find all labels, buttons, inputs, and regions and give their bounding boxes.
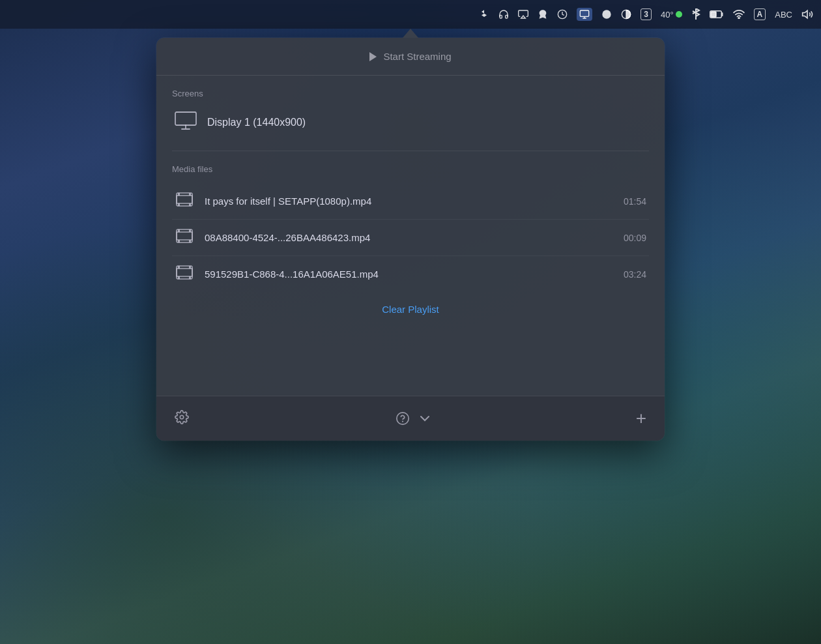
media-item-1[interactable]: It pays for itself | SETAPP(1080p).mp4 0…: [172, 183, 649, 220]
svg-rect-26: [189, 276, 191, 279]
screentimeapp-icon[interactable]: [557, 9, 568, 20]
svg-rect-18: [189, 229, 191, 232]
filmstrip-icon-1: [175, 192, 194, 210]
svg-point-3: [603, 10, 611, 18]
svg-rect-25: [178, 276, 180, 279]
add-media-button[interactable]: +: [633, 407, 649, 430]
media-duration-3: 03:24: [624, 269, 646, 280]
media-item-3[interactable]: 591529B1-C868-4...16A1A06AE51.mp4 03:24: [172, 256, 649, 292]
streaming-panel: Start Streaming Screens Display 1 (1440x…: [156, 29, 665, 441]
headphone-icon[interactable]: [498, 9, 509, 20]
media-item-2[interactable]: 08A88400-4524-...26BAA486423.mp4 00:09: [172, 220, 649, 256]
temperature-value: 40°: [661, 10, 674, 20]
settings-button[interactable]: [172, 407, 192, 430]
wifi-icon[interactable]: [733, 10, 745, 19]
bluetooth-icon[interactable]: [691, 8, 700, 20]
svg-rect-10: [177, 196, 192, 203]
svg-rect-23: [178, 266, 180, 269]
menubar-icons: 3 40° A ABC: [479, 8, 813, 21]
svg-rect-6: [711, 12, 716, 17]
svg-point-7: [738, 18, 740, 19]
svg-rect-2: [581, 10, 589, 16]
svg-rect-11: [178, 193, 180, 196]
dropbox-icon[interactable]: [479, 9, 489, 20]
panel-header[interactable]: Start Streaming: [156, 38, 665, 76]
temperature-indicator[interactable]: 40°: [661, 10, 682, 20]
clear-playlist-button[interactable]: Clear Playlist: [172, 292, 649, 317]
panel-container: Start Streaming Screens Display 1 (1440x…: [156, 38, 665, 441]
airplay-icon[interactable]: [518, 9, 528, 20]
footer-right: +: [633, 407, 649, 430]
media-duration-1: 01:54: [624, 196, 646, 207]
monitor-icon: [175, 111, 197, 134]
start-streaming-button[interactable]: Start Streaming: [369, 51, 451, 62]
temp-status-dot: [676, 11, 682, 18]
svg-rect-19: [178, 240, 180, 242]
play-icon: [369, 52, 377, 61]
panel-arrow: [403, 29, 418, 38]
keyboard-icon[interactable]: A: [754, 8, 766, 20]
keyboard-layout-label[interactable]: ABC: [775, 10, 792, 20]
media-filename-2: 08A88400-4524-...26BAA486423.mp4: [205, 232, 613, 243]
svg-rect-13: [178, 203, 180, 206]
desktop3-icon[interactable]: 3: [641, 8, 652, 20]
svg-rect-12: [189, 193, 191, 196]
screencast-icon[interactable]: [577, 8, 592, 21]
timer-icon[interactable]: [621, 9, 631, 20]
svg-point-27: [180, 415, 184, 419]
display-label: Display 1 (1440x900): [207, 117, 306, 128]
battery-icon[interactable]: [710, 10, 724, 18]
foxapp-icon[interactable]: [538, 9, 548, 20]
svg-rect-14: [189, 203, 191, 206]
media-filename-1: It pays for itself | SETAPP(1080p).mp4: [205, 196, 613, 207]
svg-rect-17: [178, 229, 180, 232]
dropdown-button[interactable]: [418, 413, 432, 424]
svg-marker-0: [521, 16, 526, 18]
footer-center: [393, 409, 432, 428]
menubar: 3 40° A ABC: [0, 0, 821, 29]
spacer: [172, 317, 649, 383]
media-files-section: Media files It pays for itself |: [172, 151, 649, 317]
start-streaming-label: Start Streaming: [383, 51, 451, 62]
svg-rect-8: [175, 112, 196, 125]
media-duration-2: 00:09: [624, 233, 646, 243]
svg-rect-20: [189, 240, 191, 242]
svg-rect-22: [177, 269, 192, 276]
filmstrip-icon-3: [175, 265, 194, 283]
svg-point-28: [397, 413, 409, 424]
display-item[interactable]: Display 1 (1440x900): [172, 108, 649, 138]
media-files-label: Media files: [172, 164, 649, 174]
help-button[interactable]: [393, 409, 412, 428]
filmstrip-icon-2: [175, 229, 194, 246]
media-filename-3: 591529B1-C868-4...16A1A06AE51.mp4: [205, 269, 613, 280]
svg-rect-24: [189, 266, 191, 269]
panel-footer: +: [156, 396, 665, 441]
footer-left: [172, 407, 192, 430]
screens-section-label: Screens: [172, 89, 649, 98]
volume-icon[interactable]: [801, 9, 813, 20]
panel-body: Screens Display 1 (1440x900) Media files: [156, 76, 665, 396]
zoom-icon[interactable]: [601, 9, 612, 20]
svg-rect-16: [177, 232, 192, 240]
